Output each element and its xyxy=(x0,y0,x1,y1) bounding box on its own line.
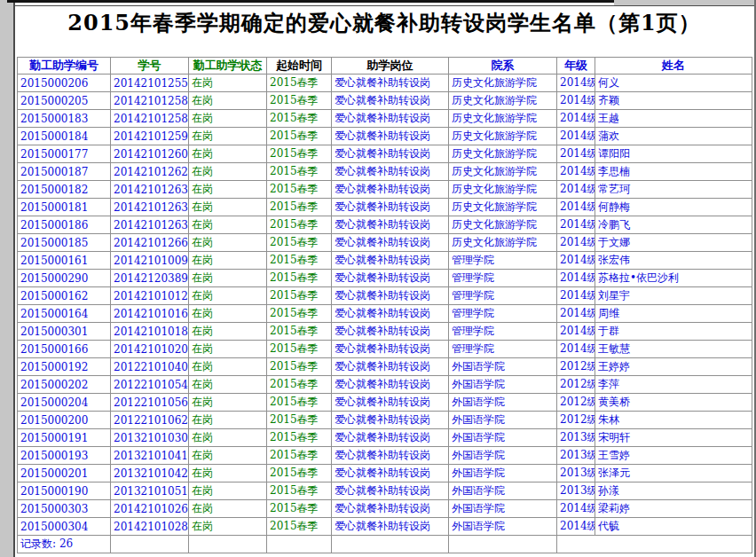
cell-status: 在岗 xyxy=(189,394,267,412)
table-row: 2015000206201421012552在岗2015春季爱心就餐补助转设岗历… xyxy=(18,75,752,92)
cell-name: 朱林 xyxy=(595,412,752,429)
cell-name: 于文娜 xyxy=(595,234,752,252)
cell-position: 爱心就餐补助转设岗 xyxy=(332,394,449,412)
cell-student_id: 201321010510 xyxy=(111,482,189,500)
cell-name: 代毓 xyxy=(595,518,752,536)
cell-work_study_id: 2015000183 xyxy=(18,110,111,128)
cell-work_study_id: 2015000204 xyxy=(18,394,111,412)
cell-position: 爱心就餐补助转设岗 xyxy=(332,376,449,394)
cell-name: 何静梅 xyxy=(595,199,752,216)
cell-department: 外国语学院 xyxy=(449,465,557,482)
cell-start_term: 2015春季 xyxy=(267,500,332,518)
column-header-work-study-id: 勤工助学编号 xyxy=(18,58,111,75)
cell-grade: 2013级 xyxy=(557,447,595,465)
table-row: 2015000186201421012636在岗2015春季爱心就餐补助转设岗历… xyxy=(18,216,752,234)
table-row: 2015000182201421012631在岗2015春季爱心就餐补助转设岗历… xyxy=(18,181,752,199)
cell-department: 外国语学院 xyxy=(449,358,557,376)
cell-name: 王婷婷 xyxy=(595,358,752,376)
column-header-status: 勤工助学状态 xyxy=(189,58,267,75)
column-header-position: 助学岗位 xyxy=(332,58,449,75)
cell-start_term: 2015春季 xyxy=(267,341,332,358)
cell-start_term: 2015春季 xyxy=(267,110,332,128)
window-left-margin xyxy=(0,0,15,557)
cell-department: 外国语学院 xyxy=(449,376,557,394)
table-row: 2015000191201321010306在岗2015春季爱心就餐补助转设岗外… xyxy=(18,429,752,447)
column-header-name: 姓名 xyxy=(595,58,752,75)
table-row: 2015000290201421203894在岗2015春季爱心就餐补助转设岗管… xyxy=(18,270,752,287)
cell-status: 在岗 xyxy=(189,75,267,92)
cell-start_term: 2015春季 xyxy=(267,252,332,270)
cell-position: 爱心就餐补助转设岗 xyxy=(332,270,449,287)
summary-row: 记录数: 26 xyxy=(18,536,752,553)
cell-department: 历史文化旅游学院 xyxy=(449,145,557,163)
page-title: 2015年春季学期确定的爱心就餐补助转设岗学生名单（第1页） xyxy=(17,9,752,37)
cell-position: 爱心就餐补助转设岗 xyxy=(332,252,449,270)
cell-work_study_id: 2015000301 xyxy=(18,323,111,341)
cell-name: 齐颖 xyxy=(595,92,752,110)
table-row: 2015000177201421012602在岗2015春季爱心就餐补助转设岗历… xyxy=(18,145,752,163)
cell-department: 历史文化旅游学院 xyxy=(449,163,557,181)
summary-empty-cell xyxy=(111,536,189,553)
record-count-label: 记录数: xyxy=(20,537,56,550)
cell-status: 在岗 xyxy=(189,252,267,270)
cell-start_term: 2015春季 xyxy=(267,358,332,376)
cell-work_study_id: 2015000205 xyxy=(18,92,111,110)
cell-position: 爱心就餐补助转设岗 xyxy=(332,145,449,163)
cell-position: 爱心就餐补助转设岗 xyxy=(332,163,449,181)
cell-grade: 2014级 xyxy=(557,287,595,305)
cell-grade: 2013级 xyxy=(557,465,595,482)
cell-work_study_id: 2015000193 xyxy=(18,447,111,465)
table-row: 2015000200201221010627在岗2015春季爱心就餐补助转设岗外… xyxy=(18,412,752,429)
cell-start_term: 2015春季 xyxy=(267,270,332,287)
cell-status: 在岗 xyxy=(189,429,267,447)
cell-start_term: 2015春季 xyxy=(267,181,332,199)
record-count-value: 26 xyxy=(59,537,73,550)
cell-work_study_id: 2015000206 xyxy=(18,75,111,92)
cell-student_id: 201421012636 xyxy=(111,216,189,234)
cell-status: 在岗 xyxy=(189,323,267,341)
cell-work_study_id: 2015000190 xyxy=(18,482,111,500)
summary-empty-cell xyxy=(189,536,267,553)
cell-name: 梁莉婷 xyxy=(595,500,752,518)
cell-work_study_id: 2015000181 xyxy=(18,199,111,216)
cell-status: 在岗 xyxy=(189,287,267,305)
cell-name: 冷鹏飞 xyxy=(595,216,752,234)
cell-name: 何义 xyxy=(595,75,752,92)
cell-position: 爱心就餐补助转设岗 xyxy=(332,92,449,110)
cell-student_id: 201421012668 xyxy=(111,234,189,252)
cell-position: 爱心就餐补助转设岗 xyxy=(332,128,449,145)
cell-name: 孙漾 xyxy=(595,482,752,500)
cell-start_term: 2015春季 xyxy=(267,518,332,536)
cell-start_term: 2015春季 xyxy=(267,75,332,92)
cell-start_term: 2015春季 xyxy=(267,376,332,394)
cell-grade: 2014级 xyxy=(557,323,595,341)
cell-work_study_id: 2015000290 xyxy=(18,270,111,287)
cell-status: 在岗 xyxy=(189,181,267,199)
cell-name: 刘星宇 xyxy=(595,287,752,305)
cell-work_study_id: 2015000162 xyxy=(18,287,111,305)
cell-position: 爱心就餐补助转设岗 xyxy=(332,341,449,358)
cell-status: 在岗 xyxy=(189,234,267,252)
cell-work_study_id: 2015000185 xyxy=(18,234,111,252)
cell-department: 外国语学院 xyxy=(449,412,557,429)
cell-grade: 2014级 xyxy=(557,305,595,323)
column-header-student-id: 学号 xyxy=(111,58,189,75)
table-header: 勤工助学编号 学号 勤工助学状态 起始时间 助学岗位 院系 年级 姓名 xyxy=(18,58,752,75)
cell-work_study_id: 2015000192 xyxy=(18,358,111,376)
summary-empty-cell xyxy=(449,536,557,553)
cell-work_study_id: 2015000303 xyxy=(18,500,111,518)
column-header-department: 院系 xyxy=(449,58,557,75)
cell-department: 外国语学院 xyxy=(449,394,557,412)
cell-name: 张泽元 xyxy=(595,465,752,482)
cell-grade: 2012级 xyxy=(557,376,595,394)
cell-status: 在岗 xyxy=(189,341,267,358)
cell-start_term: 2015春季 xyxy=(267,323,332,341)
cell-student_id: 201421012580 xyxy=(111,92,189,110)
cell-position: 爱心就餐补助转设岗 xyxy=(332,110,449,128)
cell-work_study_id: 2015000164 xyxy=(18,305,111,323)
cell-student_id: 201421012552 xyxy=(111,75,189,92)
cell-status: 在岗 xyxy=(189,145,267,163)
cell-student_id: 201421012625 xyxy=(111,163,189,181)
cell-department: 历史文化旅游学院 xyxy=(449,110,557,128)
cell-department: 外国语学院 xyxy=(449,482,557,500)
